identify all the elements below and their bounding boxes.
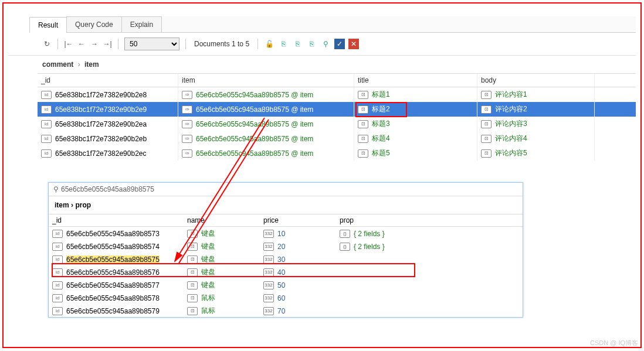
cell-price: 40 [277, 268, 285, 277]
id-type-icon: id [52, 268, 63, 277]
grid-header: _id name price prop [49, 214, 523, 227]
num-type-icon: 332 [263, 243, 274, 251]
cell-price: 60 [277, 294, 285, 302]
unlock-icon[interactable]: 🔓 [264, 39, 274, 49]
cell-title: 标题5 [372, 148, 390, 158]
last-page-icon[interactable]: →| [103, 39, 112, 49]
id-type-icon: id [52, 281, 63, 289]
check-button[interactable]: ✓ [334, 39, 345, 49]
id-type-icon: id [41, 91, 52, 99]
prev-page-icon[interactable]: ← [77, 39, 86, 49]
str-type-icon: ⊡ [187, 307, 198, 315]
cell-item: 65e6cb5e055c945aa89b8575 @ item [196, 149, 313, 158]
cell-title: 标题3 [372, 119, 390, 129]
table-row[interactable]: id65e6cb5e055c945aa89b8574 ⊡键盘 33220 {}{… [49, 240, 523, 253]
str-type-icon: ⊡ [481, 105, 492, 114]
cell-id: 65e838bc1f72e7382e90b2e9 [55, 105, 147, 114]
divider [257, 39, 258, 49]
cell-price: 20 [277, 243, 285, 251]
num-type-icon: 332 [263, 255, 274, 264]
cell-id: 65e838bc1f72e7382e90b2ec [55, 149, 146, 158]
str-type-icon: ⊡ [358, 91, 368, 99]
ref-type-icon: ⇨ [182, 149, 192, 158]
search-bar: ⚲ 65e6cb5e055c945aa89b8575 [49, 183, 523, 196]
cell-body: 评论内容4 [495, 134, 527, 144]
ref-type-icon: ⇨ [182, 135, 192, 143]
cell-body: 评论内容2 [495, 104, 527, 114]
num-type-icon: 332 [263, 230, 274, 238]
close-button[interactable]: ✕ [348, 39, 359, 49]
cell-title: 标题1 [372, 90, 390, 100]
col-id[interactable]: _id [38, 74, 178, 87]
table-row[interactable]: id65e6cb5e055c945aa89b8577 ⊡键盘 33250 [49, 278, 523, 291]
cell-prop: { 2 fields } [354, 243, 385, 251]
export3-icon[interactable]: ⎘ [306, 39, 317, 49]
cell-item: 65e6cb5e055c945aa89b8575 @ item [196, 120, 313, 128]
tab-query-code[interactable]: Query Code [66, 16, 122, 32]
str-type-icon: ⊡ [187, 230, 198, 238]
str-type-icon: ⊡ [358, 105, 368, 114]
cell-id: 65e6cb5e055c945aa89b8573 [66, 230, 160, 238]
id-type-icon: id [41, 105, 52, 114]
cell-name: 键盘 [201, 229, 215, 238]
table-row[interactable]: id65e838bc1f72e7382e90b2e9 ⇨65e6cb5e055c… [38, 102, 636, 117]
cell-name: 键盘 [201, 241, 215, 251]
chevron-right-icon: › [71, 201, 73, 209]
tab-explain[interactable]: Explain [121, 16, 162, 32]
cell-title: 标题4 [372, 134, 390, 144]
col-title[interactable]: title [354, 74, 477, 87]
table-row[interactable]: id65e6cb5e055c945aa89b8578 ⊡鼠标 33260 [49, 291, 523, 304]
find-icon[interactable]: ⚲ [320, 39, 331, 49]
refresh-icon[interactable]: ↻ [42, 39, 52, 49]
crumb-root[interactable]: item [55, 201, 69, 209]
str-type-icon: ⊡ [187, 281, 198, 289]
table-row[interactable]: id65e838bc1f72e7382e90b2ea ⇨65e6cb5e055c… [38, 117, 636, 131]
col-name[interactable]: name [184, 214, 260, 226]
breadcrumb: comment › item [8, 56, 636, 73]
cell-name: 键盘 [201, 267, 215, 277]
search-icon[interactable]: ⚲ [53, 185, 59, 193]
cell-name: 鼠标 [201, 293, 215, 303]
cell-id: 65e6cb5e055c945aa89b8576 [66, 268, 160, 277]
cell-body: 评论内容1 [495, 90, 527, 100]
secondary-panel: ⚲ 65e6cb5e055c945aa89b8575 item › prop _… [48, 182, 523, 318]
str-type-icon: ⊡ [358, 135, 368, 143]
table-row[interactable]: id65e6cb5e055c945aa89b8573 ⊡键盘 33210 {}{… [49, 227, 523, 240]
col-price[interactable]: price [260, 214, 336, 226]
export2-icon[interactable]: ⎘ [292, 39, 303, 49]
crumb-leaf: item [84, 60, 99, 69]
cell-id: 65e838bc1f72e7382e90b2e8 [55, 91, 147, 99]
col-item[interactable]: item [178, 74, 354, 87]
tab-result[interactable]: Result [29, 17, 67, 33]
col-prop[interactable]: prop [336, 214, 412, 226]
table-row[interactable]: id65e838bc1f72e7382e90b2eb ⇨65e6cb5e055c… [38, 131, 636, 146]
table-row[interactable]: id65e838bc1f72e7382e90b2e8 ⇨65e6cb5e055c… [38, 87, 636, 102]
ref-type-icon: ⇨ [182, 91, 192, 99]
cell-price: 30 [277, 255, 285, 264]
cell-name: 键盘 [201, 254, 215, 264]
divider [118, 39, 118, 49]
first-page-icon[interactable]: |← [64, 39, 73, 49]
export-icon[interactable]: ⎘ [278, 39, 289, 49]
next-page-icon[interactable]: → [90, 39, 99, 49]
num-type-icon: 332 [263, 307, 274, 315]
table-row[interactable]: id65e6cb5e055c945aa89b8576 ⊡键盘 33240 [49, 265, 523, 278]
page-size-select[interactable]: 50 [124, 38, 179, 50]
str-type-icon: ⊡ [187, 294, 198, 302]
table-row[interactable]: id65e6cb5e055c945aa89b8579 ⊡鼠标 33270 [49, 304, 523, 317]
table-row[interactable]: id65e838bc1f72e7382e90b2ec ⇨65e6cb5e055c… [38, 146, 636, 161]
tab-bar: Result Query Code Explain [29, 16, 636, 33]
col-id[interactable]: _id [49, 214, 184, 226]
id-type-icon: id [41, 135, 52, 143]
obj-type-icon: {} [340, 230, 350, 238]
search-text[interactable]: 65e6cb5e055c945aa89b8575 [61, 185, 154, 193]
id-type-icon: id [52, 294, 63, 302]
crumb-root[interactable]: comment [42, 60, 73, 69]
cell-body: 评论内容3 [495, 119, 527, 129]
cell-body: 评论内容5 [495, 148, 527, 158]
cell-item: 65e6cb5e055c945aa89b8575 @ item [196, 91, 313, 99]
col-body[interactable]: body [477, 74, 595, 87]
table-row[interactable]: id65e6cb5e055c945aa89b8575 ⊡键盘 33230 [49, 253, 523, 265]
cell-id: 65e838bc1f72e7382e90b2ea [55, 120, 147, 128]
divider [57, 39, 58, 49]
